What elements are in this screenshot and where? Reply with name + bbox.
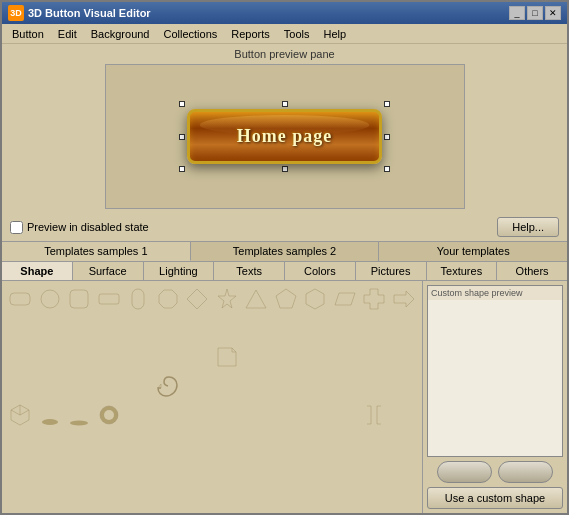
sub-tab-lighting[interactable]: Lighting <box>144 262 215 280</box>
shape-star-1[interactable] <box>213 285 241 313</box>
shape-curved-arrow-4[interactable] <box>124 372 152 400</box>
shape-bracket-5[interactable] <box>360 401 388 429</box>
shape-arrow-l-4[interactable] <box>36 372 64 400</box>
help-button[interactable]: Help... <box>497 217 559 237</box>
shape-quarter-4[interactable] <box>360 372 388 400</box>
shape-pentagon-r-6[interactable] <box>242 430 270 458</box>
shape-wide-rect-1[interactable] <box>95 285 123 313</box>
template-tab-2[interactable]: Templates samples 2 <box>191 242 380 261</box>
shape-l-3[interactable] <box>301 343 329 371</box>
menu-reports[interactable]: Reports <box>225 26 276 42</box>
shape-star6-2[interactable] <box>213 314 241 342</box>
sub-tab-surface[interactable]: Surface <box>73 262 144 280</box>
shape-circle-2[interactable] <box>6 314 34 342</box>
shape-horiz-stripe-5[interactable] <box>272 401 300 429</box>
shape-tab-3[interactable] <box>242 343 270 371</box>
menu-collections[interactable]: Collections <box>158 26 224 42</box>
template-tab-1[interactable]: Templates samples 1 <box>2 242 191 261</box>
use-custom-shape-button[interactable]: Use a custom shape <box>427 487 563 509</box>
handle-middle-left[interactable] <box>179 134 185 140</box>
sub-tab-others[interactable]: Others <box>497 262 567 280</box>
sub-tab-shape[interactable]: Shape <box>2 262 73 280</box>
shape-heart-3[interactable] <box>6 343 34 371</box>
shape-left-6[interactable] <box>154 430 182 458</box>
handle-top-right[interactable] <box>384 101 390 107</box>
shape-chevron-l-6[interactable] <box>331 430 359 458</box>
shape-tall-2[interactable] <box>124 314 152 342</box>
shape-rect-rounded-2[interactable] <box>65 314 93 342</box>
shape-cone-5[interactable] <box>65 401 93 429</box>
shape-callout-3[interactable] <box>360 343 388 371</box>
shape-badge-3[interactable] <box>95 343 123 371</box>
sub-tab-texts[interactable]: Texts <box>214 262 285 280</box>
shape-right-6[interactable] <box>124 430 152 458</box>
shape-hex-2[interactable] <box>301 314 329 342</box>
shape-step-3[interactable] <box>272 343 300 371</box>
shape-cube-5[interactable] <box>6 401 34 429</box>
shape-arrow-r-4[interactable] <box>6 372 34 400</box>
shape-moon-5[interactable] <box>124 401 152 429</box>
shape-vert-stripe-5[interactable] <box>242 401 270 429</box>
maximize-button[interactable]: □ <box>527 6 543 20</box>
shape-flower-3[interactable] <box>124 343 152 371</box>
sub-tab-colors[interactable]: Colors <box>285 262 356 280</box>
shape-triangle-1[interactable] <box>242 285 270 313</box>
shape-arrow-right-1[interactable] <box>390 285 418 313</box>
shape-diamond-1[interactable] <box>183 285 211 313</box>
shape-rounded-rect-1[interactable] <box>6 285 34 313</box>
menu-edit[interactable]: Edit <box>52 26 83 42</box>
shape-tri-br-6[interactable] <box>95 430 123 458</box>
handle-bottom-right[interactable] <box>384 166 390 172</box>
shape-cloud-3[interactable] <box>65 343 93 371</box>
handle-top-left[interactable] <box>179 101 185 107</box>
shape-tri-tl-6[interactable] <box>6 430 34 458</box>
shape-tri-right-4[interactable] <box>331 372 359 400</box>
menu-help[interactable]: Help <box>318 26 353 42</box>
shape-pentagon-2[interactable] <box>272 314 300 342</box>
shape-thought-5[interactable] <box>183 401 211 429</box>
shape-notch-l-6[interactable] <box>390 430 418 458</box>
shape-diamond-2[interactable] <box>183 314 211 342</box>
shape-hexagon-1[interactable] <box>301 285 329 313</box>
shape-tri-bl-6[interactable] <box>65 430 93 458</box>
oval-preview-button-1[interactable] <box>437 461 492 483</box>
shape-triangle-down-2[interactable] <box>242 314 270 342</box>
sub-tab-textures[interactable]: Textures <box>427 262 498 280</box>
disabled-state-checkbox[interactable] <box>10 221 23 234</box>
shape-arrow-up-3[interactable] <box>390 343 418 371</box>
shape-speech-5[interactable] <box>154 401 182 429</box>
shape-trapezoid-2[interactable] <box>331 314 359 342</box>
handle-bottom-left[interactable] <box>179 166 185 172</box>
handle-bottom-center[interactable] <box>282 166 288 172</box>
shape-cylinder-5[interactable] <box>36 401 64 429</box>
shape-angle-5[interactable] <box>390 401 418 429</box>
shape-star8-4[interactable] <box>301 372 329 400</box>
shape-pentagon-l-6[interactable] <box>272 430 300 458</box>
shape-down-6[interactable] <box>213 430 241 458</box>
sub-tab-pictures[interactable]: Pictures <box>356 262 427 280</box>
shape-dbl-arrow-4[interactable] <box>95 372 123 400</box>
menu-tools[interactable]: Tools <box>278 26 316 42</box>
shape-rect-4[interactable] <box>183 372 211 400</box>
shape-notch-r-6[interactable] <box>360 430 388 458</box>
shape-hourglass-5[interactable] <box>301 401 329 429</box>
shape-up-6[interactable] <box>183 430 211 458</box>
shape-tall-oval-4[interactable] <box>242 372 270 400</box>
shape-arc-3[interactable] <box>154 343 182 371</box>
home-button[interactable]: Home page <box>187 109 382 164</box>
shape-pentagon-1[interactable] <box>272 285 300 313</box>
shape-plus-2[interactable] <box>360 314 388 342</box>
shape-spiral-4[interactable] <box>154 372 182 400</box>
shape-rounded-square-2[interactable] <box>36 314 64 342</box>
shape-bowtie-5[interactable] <box>331 401 359 429</box>
shape-explosion-5[interactable] <box>213 401 241 429</box>
shape-shield-3[interactable] <box>36 343 64 371</box>
shape-torus-5[interactable] <box>95 401 123 429</box>
shape-tall-round-1[interactable] <box>124 285 152 313</box>
shape-flag-4[interactable] <box>390 372 418 400</box>
shape-circle-1[interactable] <box>36 285 64 313</box>
shape-octagon-1[interactable] <box>154 285 182 313</box>
shape-star4-4[interactable] <box>272 372 300 400</box>
shape-arrow-b-4[interactable] <box>65 372 93 400</box>
menu-button[interactable]: Button <box>6 26 50 42</box>
